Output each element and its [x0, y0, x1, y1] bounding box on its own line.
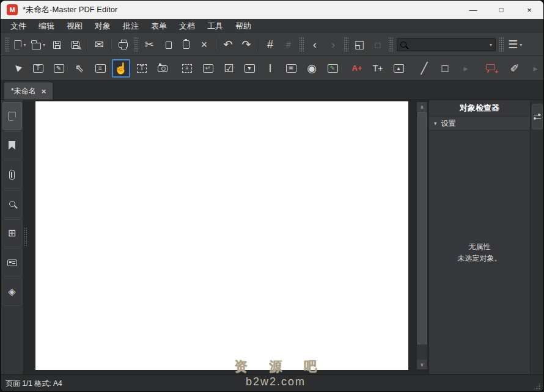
- open-document-button[interactable]: ▾: [31, 37, 46, 53]
- edit-forms-tool[interactable]: ⇖: [70, 59, 89, 78]
- checkbox-field-tool[interactable]: ☑: [219, 59, 238, 78]
- chevron-down-icon: ▾: [520, 42, 522, 48]
- signature-field-tool[interactable]: ✎: [323, 59, 342, 78]
- resize-grip[interactable]: [533, 382, 541, 390]
- email-button[interactable]: ✉: [91, 37, 107, 53]
- scrollbar-thumb[interactable]: [417, 112, 427, 344]
- text-cursor-field-tool[interactable]: I: [261, 59, 279, 78]
- tool-glyph: ▾: [244, 64, 255, 73]
- attachments-panel-button[interactable]: [2, 161, 22, 189]
- button-field-tool[interactable]: ↵: [199, 59, 217, 78]
- tool-glyph: A+: [352, 64, 362, 72]
- undo-button[interactable]: ↶: [220, 37, 236, 53]
- signatures-panel-button[interactable]: [2, 249, 22, 277]
- edit-image-tool[interactable]: ✎: [50, 59, 68, 78]
- panel-splitter[interactable]: [24, 227, 27, 247]
- text-field-tool[interactable]: +: [178, 59, 196, 78]
- scroll-down-button[interactable]: ∨: [417, 360, 427, 369]
- drag-handle[interactable]: [300, 37, 304, 52]
- redo-button[interactable]: ↷: [238, 37, 254, 53]
- drag-handle[interactable]: [5, 37, 9, 52]
- minimize-button[interactable]: —: [459, 1, 487, 19]
- tool-glyph: I: [268, 63, 271, 74]
- combobox-field-tool[interactable]: ▾: [240, 59, 259, 78]
- paste-button[interactable]: [178, 37, 194, 53]
- floppy-icon: [53, 41, 61, 49]
- new-document-button[interactable]: ▾: [12, 37, 28, 53]
- tool-glyph: ☝: [114, 63, 128, 74]
- insert-image-tool[interactable]: ▴: [389, 59, 408, 78]
- search-input[interactable]: [409, 40, 488, 49]
- show-grid-button[interactable]: #: [262, 37, 278, 53]
- titlebar: M *未命名-Master PDF Editor — □ ×: [1, 1, 543, 19]
- inactive-tool-button[interactable]: ▸: [526, 59, 544, 78]
- menu-file[interactable]: 文件: [4, 19, 32, 34]
- line-tool[interactable]: ╱: [415, 59, 433, 78]
- select-text-region-tool[interactable]: T: [133, 59, 151, 78]
- menu-document[interactable]: 文档: [173, 19, 201, 34]
- page-info: 页面 1/1 格式: A4: [6, 379, 62, 389]
- inactive-tool-button[interactable]: ▸: [457, 59, 475, 78]
- delete-button[interactable]: ×: [196, 37, 212, 53]
- fit-page-button[interactable]: ◱: [351, 37, 367, 53]
- copy-button[interactable]: [160, 37, 175, 53]
- tools-toolbar: ▶T✎⇖≡☝T+↵☑▾I≣◉✎A+T+▴╱□▸✐▸: [1, 56, 543, 81]
- tool-glyph: ×: [201, 39, 208, 50]
- marker-tool[interactable]: ✐: [505, 59, 524, 78]
- tab-close-icon[interactable]: ×: [42, 87, 46, 95]
- scrollbar-track[interactable]: [417, 112, 427, 360]
- toolbar-options-button[interactable]: ☰▾: [507, 37, 523, 53]
- menu-tools[interactable]: 工具: [201, 19, 229, 34]
- hand-tool[interactable]: ☝: [112, 59, 130, 78]
- forms-management-tool[interactable]: ≡: [91, 59, 109, 78]
- insert-text-tool[interactable]: T+: [369, 59, 387, 78]
- save-button[interactable]: [49, 37, 65, 53]
- previous-view-button[interactable]: ‹: [307, 37, 323, 53]
- drag-handle[interactable]: [134, 37, 138, 52]
- menu-annotation[interactable]: 批注: [117, 19, 145, 34]
- listbox-field-tool[interactable]: ≣: [282, 59, 300, 78]
- search-panel-button[interactable]: [2, 190, 22, 218]
- properties-side-tab[interactable]: [532, 104, 543, 129]
- select-tool[interactable]: ▶: [8, 59, 26, 78]
- cut-button[interactable]: ✂: [141, 37, 157, 53]
- drag-handle[interactable]: [499, 37, 504, 52]
- menu-view[interactable]: 视图: [61, 19, 89, 34]
- snapshot-tool[interactable]: [153, 59, 172, 78]
- tool-glyph: #: [267, 39, 273, 50]
- radio-button-field-tool[interactable]: ◉: [303, 59, 321, 78]
- print-button[interactable]: [115, 37, 131, 53]
- add-text-tool[interactable]: A+: [348, 59, 366, 78]
- layers-panel-button[interactable]: ◈: [2, 278, 22, 306]
- close-button[interactable]: ×: [515, 1, 543, 19]
- scroll-up-button[interactable]: ∧: [417, 102, 427, 112]
- card-icon: [7, 260, 17, 266]
- inspector-empty-state: 无属性 未选定对象。: [429, 131, 530, 374]
- inspector-settings-section[interactable]: ▾ 设置: [429, 116, 530, 131]
- drag-handle[interactable]: [389, 37, 393, 52]
- next-view-button[interactable]: ›: [325, 37, 341, 53]
- pages-panel-button[interactable]: [2, 102, 22, 130]
- drag-handle[interactable]: [344, 37, 348, 52]
- fit-width-button[interactable]: ◻: [370, 37, 386, 53]
- snap-grid-button[interactable]: #: [281, 37, 296, 53]
- menu-object[interactable]: 对象: [89, 19, 117, 34]
- menu-forms[interactable]: 表单: [145, 19, 173, 34]
- tool-glyph: ✉: [94, 39, 103, 50]
- tool-glyph: #: [286, 40, 291, 49]
- document-page[interactable]: [35, 101, 408, 370]
- chevron-down-icon: ▾: [490, 42, 492, 48]
- app-window: M *未命名-Master PDF Editor — □ × 文件编辑视图对象批…: [0, 0, 544, 392]
- menu-edit[interactable]: 编辑: [32, 19, 61, 34]
- bookmark-icon: [9, 141, 15, 150]
- maximize-button[interactable]: □: [487, 1, 515, 19]
- document-tab[interactable]: *未命名 ×: [4, 82, 53, 100]
- rectangle-tool[interactable]: □: [436, 59, 454, 78]
- vertical-scrollbar: ∧ ∨: [416, 101, 428, 370]
- bookmarks-panel-button[interactable]: [2, 131, 22, 159]
- save-as-button[interactable]: ✎: [67, 37, 83, 53]
- structure-panel-button[interactable]: ⊞: [2, 219, 22, 247]
- menu-help[interactable]: 帮助: [229, 19, 257, 34]
- edit-text-tool[interactable]: T: [29, 59, 47, 78]
- annotation-tool[interactable]: [481, 59, 499, 78]
